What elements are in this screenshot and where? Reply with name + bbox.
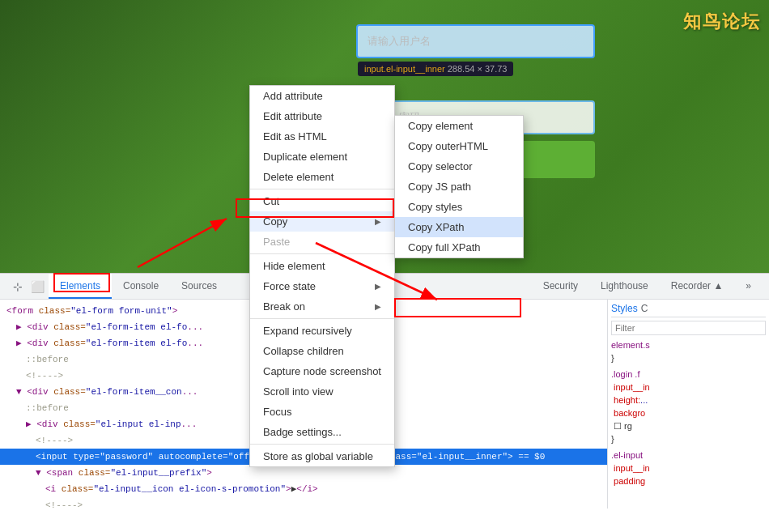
sub-copy-full-xpath[interactable]: Copy full XPath [395,237,523,257]
ctx-global-var[interactable]: Store as global variable [250,446,394,466]
styles-tab-label[interactable]: Styles [611,303,638,314]
ctx-screenshot[interactable]: Capture node screenshot [250,361,394,381]
username-placeholder: 请输入用户名 [368,34,431,49]
style-rule-1: element.s } [611,338,766,364]
tab-recorder[interactable]: Recorder ▲ [660,274,735,299]
panel-icons: ⊹ ⬜ [6,279,49,295]
ctx-paste[interactable]: Paste [250,232,394,252]
ctx-force-state[interactable]: Force state ▶ [250,276,394,296]
ctx-expand[interactable]: Expand recursively [250,321,394,341]
ctx-edit-html[interactable]: Edit as HTML [250,126,394,147]
tab-elements[interactable]: Elements [49,274,112,299]
sub-copy-selector[interactable]: Copy selector [395,156,523,177]
styles-filter-input[interactable] [611,321,766,335]
ctx-copy[interactable]: Copy ▶ [250,211,394,232]
tab-security[interactable]: Security [532,274,589,299]
tab-lighthouse[interactable]: Lighthouse [589,274,660,299]
sub-copy-outerhtml[interactable]: Copy outerHTML [395,136,523,156]
break-submenu-arrow: ▶ [375,302,381,311]
copy-submenu-arrow: ▶ [375,217,381,226]
ctx-divider-4 [250,444,394,445]
ctx-focus[interactable]: Focus [250,402,394,422]
style-rule-3: .el-input input__in padding [611,449,766,487]
tab-more[interactable]: » [734,274,763,299]
ctx-break-on[interactable]: Break on ▶ [250,296,394,317]
ctx-delete[interactable]: Delete element [250,167,394,187]
ctx-hide[interactable]: Hide element [250,256,394,276]
ctx-cut[interactable]: Cut [250,191,394,211]
element-tooltip: input.el-input__inner 288.54 × 37.73 [358,62,513,76]
watermark: 知鸟论坛 [683,10,761,34]
tab-console[interactable]: Console [112,274,170,299]
ctx-duplicate[interactable]: Duplicate element [250,147,394,167]
tooltip-dims: 288.54 × 37.73 [448,64,508,74]
force-submenu-arrow: ▶ [375,282,381,291]
tooltip-tag: input.el-input__inner [364,64,445,74]
computed-tab-label[interactable]: C [641,303,648,314]
ctx-collapse[interactable]: Collapse children [250,341,394,361]
code-line-12: <i class="el-input__icon el-icon-s-promo… [0,481,607,497]
styles-panel: Styles C element.s } .login .f input__in… [607,300,769,509]
ctx-scroll[interactable]: Scroll into view [250,381,394,402]
copy-submenu: Copy element Copy outerHTML Copy selecto… [394,115,524,258]
ctx-badge[interactable]: Badge settings... [250,422,394,442]
ctx-divider-2 [250,253,394,254]
code-line-11: ▼ <span class="el-input__prefix"> [0,465,607,481]
tab-sources[interactable]: Sources [170,274,228,299]
sub-copy-styles[interactable]: Copy styles [395,197,523,217]
sub-copy-xpath[interactable]: Copy XPath [395,217,523,237]
ctx-add-attribute[interactable]: Add attribute [250,86,394,106]
ctx-divider-1 [250,189,394,189]
sub-copy-js-path[interactable]: Copy JS path [395,177,523,197]
username-input[interactable]: 请输入用户名 input.el-input__inner 288.54 × 37… [356,24,595,58]
code-line-13: <!----> [0,497,607,509]
context-menu: Add attribute Edit attribute Edit as HTM… [249,85,395,467]
style-rule-2: .login .f input__in height:... backgro ☐… [611,368,766,445]
ctx-divider-3 [250,318,394,319]
device-icon[interactable]: ⬜ [29,279,45,295]
sub-copy-element[interactable]: Copy element [395,116,523,136]
ctx-edit-attribute[interactable]: Edit attribute [250,106,394,126]
cursor-icon[interactable]: ⊹ [10,279,26,295]
